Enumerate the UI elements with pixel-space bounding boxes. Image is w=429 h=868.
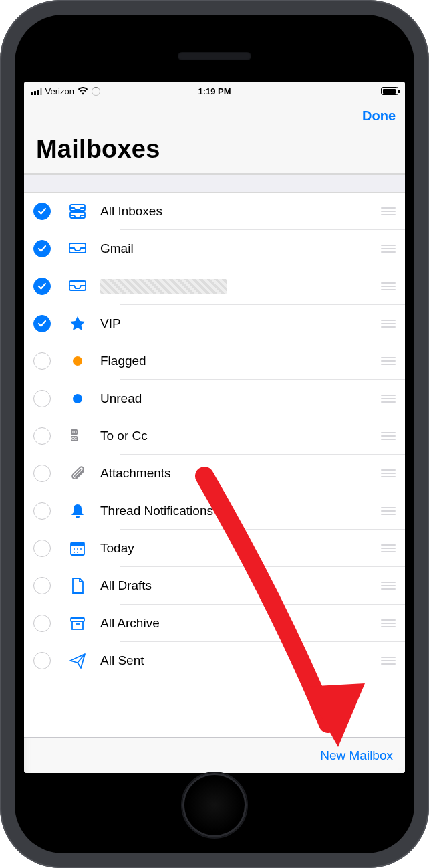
calendar-icon [61,539,94,558]
section-spacer [24,174,405,193]
mailbox-list[interactable]: All InboxesGmailVIPFlaggedUnreadTo or Cc… [24,193,405,737]
reorder-handle-icon[interactable] [381,245,405,253]
checkbox[interactable] [33,352,51,370]
inbox-icon [61,277,94,296]
checkbox[interactable] [33,465,51,482]
draft-icon [61,576,94,595]
star-icon [61,314,94,333]
checkbox[interactable] [33,240,51,257]
mailbox-row-today[interactable]: Today [24,530,405,567]
reorder-handle-icon[interactable] [381,395,405,403]
mailbox-label: All Inboxes [100,204,381,219]
reorder-handle-icon[interactable] [381,582,405,590]
all-inboxes-icon [61,202,94,221]
reorder-handle-icon[interactable] [381,619,405,627]
title-bar: Mailboxes [24,131,405,174]
signal-icon [31,88,42,95]
screen: Verizon 1:19 PM Done Mailboxes [24,82,405,773]
checkbox[interactable] [33,390,51,407]
reorder-handle-icon[interactable] [381,544,405,552]
to-cc-icon [61,427,94,445]
sent-icon [61,651,94,669]
carrier-label: Verizon [45,86,74,96]
activity-spinner-icon [92,87,100,96]
mailbox-row-gmail[interactable]: Gmail [24,230,405,267]
mailbox-label: All Drafts [100,578,381,593]
archive-icon [61,614,94,633]
status-bar: Verizon 1:19 PM [24,82,405,100]
mailbox-row-all-inboxes[interactable]: All Inboxes [24,193,405,230]
reorder-handle-icon[interactable] [381,282,405,290]
mailbox-row-vip[interactable]: VIP [24,305,405,342]
page-title: Mailboxes [36,135,393,164]
checkbox[interactable] [33,540,51,557]
home-button[interactable] [182,773,247,837]
mailbox-row-all-archive[interactable]: All Archive [24,605,405,642]
mailbox-row-unread[interactable]: Unread [24,380,405,417]
checkbox[interactable] [33,502,51,520]
inbox-icon [61,239,94,258]
reorder-handle-icon[interactable] [381,432,405,440]
checkbox[interactable] [33,278,51,295]
mailbox-label: Flagged [100,354,381,368]
reorder-handle-icon[interactable] [381,320,405,328]
mailbox-row-all-sent[interactable]: All Sent [24,642,405,669]
mailbox-label: Unread [100,391,381,406]
mailbox-label: Attachments [100,466,381,481]
checkbox[interactable] [33,427,51,445]
unread-dot-icon [61,389,94,408]
done-button[interactable]: Done [362,108,396,124]
new-mailbox-button[interactable]: New Mailbox [320,748,393,763]
mailbox-row-thread[interactable]: Thread Notifications [24,492,405,530]
checkbox[interactable] [33,615,51,632]
mailbox-row-to-cc[interactable]: To or Cc [24,417,405,455]
checkbox[interactable] [33,577,51,594]
reorder-handle-icon[interactable] [381,207,405,215]
mailbox-label: VIP [100,316,381,331]
checkbox[interactable] [33,652,51,669]
reorder-handle-icon[interactable] [381,507,405,515]
battery-icon [381,87,398,95]
mailbox-label: All Archive [100,616,381,631]
mailbox-row-account2[interactable] [24,267,405,305]
mailbox-label [100,279,381,294]
flag-dot-icon [61,352,94,370]
clock: 1:19 PM [198,86,231,96]
mailbox-row-all-drafts[interactable]: All Drafts [24,567,405,605]
mailbox-label: Gmail [100,241,381,256]
bell-icon [61,502,94,520]
wifi-icon [78,87,88,95]
mailbox-label: Today [100,541,381,556]
paperclip-icon [61,464,94,483]
reorder-handle-icon[interactable] [381,357,405,365]
checkbox[interactable] [33,203,51,220]
nav-bar: Done [24,100,405,131]
mailbox-label: All Sent [100,653,381,668]
bottom-toolbar: New Mailbox [24,737,405,773]
reorder-handle-icon[interactable] [381,657,405,665]
redacted-label [100,279,227,294]
mailbox-row-flagged[interactable]: Flagged [24,342,405,380]
mailbox-row-attachments[interactable]: Attachments [24,455,405,492]
checkbox[interactable] [33,315,51,332]
reorder-handle-icon[interactable] [381,469,405,477]
mailbox-label: To or Cc [100,429,381,443]
mailbox-label: Thread Notifications [100,504,381,518]
